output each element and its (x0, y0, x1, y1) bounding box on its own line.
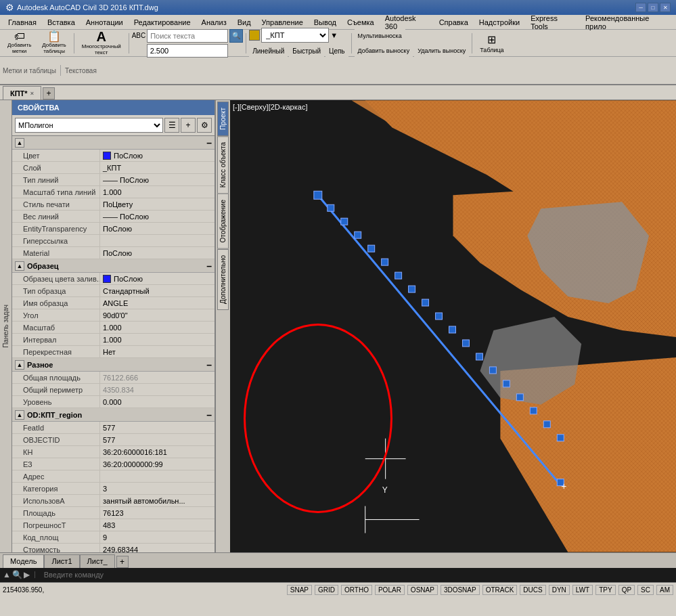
menu-survey[interactable]: Съемка (342, 17, 380, 28)
maximize-button[interactable]: □ (648, 3, 658, 12)
general-collapse-button[interactable]: ▲ (15, 138, 24, 148)
tab-sheet2[interactable]: Лист_ (80, 554, 115, 568)
multileader-button[interactable]: Мультивыноска (355, 29, 405, 43)
prop-value-total-perimeter[interactable]: 4350.834 (100, 384, 215, 395)
layer-select[interactable]: _КПТ (261, 28, 329, 43)
prop-value-linetype[interactable]: —— ПоСлою (100, 174, 215, 185)
add-sheet-button[interactable]: + (116, 556, 129, 568)
menu-annotate[interactable]: Аннотации (81, 17, 129, 28)
add-leader-button[interactable]: Добавить выноску (355, 44, 413, 58)
cmd-icon2[interactable]: 🔍 (12, 570, 22, 579)
prop-value-kn[interactable]: 36:20:6000016:181 (100, 446, 215, 458)
prop-value-print-style[interactable]: ПоЦвету (100, 198, 215, 210)
cmd-icon3[interactable]: ▶ (24, 570, 30, 579)
menu-addins[interactable]: Надстройки (474, 17, 525, 28)
tab-sheet1[interactable]: Лист1 (44, 554, 79, 568)
status-polar[interactable]: POLAR (375, 585, 405, 595)
cmd-icon1[interactable]: ▲ (3, 570, 11, 579)
prop-value-accuracy[interactable]: 483 (100, 519, 215, 531)
prop-value-color[interactable]: ПоСлою (100, 150, 215, 161)
general-section-header[interactable]: ▲ – (12, 136, 215, 150)
status-ducs[interactable]: DUCS (520, 585, 545, 595)
status-lwt[interactable]: LWT (572, 585, 593, 595)
status-grid[interactable]: GRID (315, 585, 338, 595)
status-ortho[interactable]: ORTHO (341, 585, 372, 595)
status-sc[interactable]: SC (637, 585, 654, 595)
add-tables-button[interactable]: 📋 Добавитьтаблицы (37, 32, 70, 55)
prop-value-linescale[interactable]: 1.000 (100, 186, 215, 198)
prop-value-angle[interactable]: 90d0'0" (100, 309, 215, 321)
misc-section-header[interactable]: ▲ Разное – (12, 358, 215, 372)
search-button[interactable]: 🔍 (229, 29, 243, 43)
tab-close-button[interactable]: × (30, 90, 34, 97)
prop-value-objectid[interactable]: 577 (100, 434, 215, 445)
multiline-text-button[interactable]: A Многострочныйтекст (77, 32, 126, 55)
entity-toggle-button[interactable]: ☰ (164, 118, 179, 133)
misc-collapse-button[interactable]: ▲ (15, 360, 24, 370)
tab-additional[interactable]: Дополнительно (217, 249, 229, 310)
entity-add-button[interactable]: + (181, 118, 196, 133)
prop-value-scale[interactable]: 1.000 (100, 322, 215, 333)
prop-value-lineweight[interactable]: —— ПоСлою (100, 211, 215, 222)
prop-value-level[interactable]: 0.000 (100, 396, 215, 408)
close-button[interactable]: ✕ (660, 3, 671, 12)
menu-help[interactable]: Справка (434, 17, 474, 28)
scale-input[interactable] (147, 44, 228, 58)
status-otrack[interactable]: OTRACK (482, 585, 518, 595)
remove-leader-button[interactable]: Удалить выноску (414, 44, 469, 58)
prop-value-pattern-type[interactable]: Стандартный (100, 285, 215, 296)
menu-edit[interactable]: Редактирование (129, 17, 196, 28)
prop-value-featid[interactable]: 577 (100, 422, 215, 433)
menu-manage[interactable]: Управление (256, 17, 309, 28)
prop-value-hyperlink[interactable] (100, 235, 215, 246)
prop-value-fill-color[interactable]: ПоСлою (100, 273, 215, 284)
status-am[interactable]: AM (656, 585, 673, 595)
status-dyn[interactable]: DYN (549, 585, 570, 595)
command-input[interactable] (41, 568, 673, 581)
status-snap[interactable]: SNAP (287, 585, 312, 595)
prop-value-interval[interactable]: 1.000 (100, 334, 215, 345)
add-tab-button[interactable]: + (43, 87, 55, 100)
object-section-header[interactable]: ▲ OD:КПТ_region – (12, 408, 215, 422)
status-3dosnap[interactable]: 3DOSNAP (441, 585, 480, 595)
prop-value-area[interactable]: 76123 (100, 507, 215, 519)
table-button[interactable]: ⊞ Таблица (475, 32, 508, 55)
tab-class[interactable]: Класс объекта (217, 136, 229, 194)
prop-value-total-area[interactable]: 76122.666 (100, 372, 215, 383)
menu-home[interactable]: Главная (3, 17, 42, 28)
tab-display[interactable]: Отображение (217, 194, 229, 249)
prop-value-transparency[interactable]: ПоСлою (100, 223, 215, 234)
entity-type-select[interactable]: МПолигон (15, 118, 163, 133)
pattern-collapse-button[interactable]: ▲ (15, 261, 24, 271)
prop-value-layer[interactable]: _КПТ (100, 162, 215, 173)
prop-value-areacode[interactable]: 9 (100, 531, 215, 543)
minimize-button[interactable]: ─ (635, 3, 646, 12)
drawing-viewport[interactable]: [-][Сверху][2D-каркас] (230, 100, 676, 552)
entity-settings-button[interactable]: ⚙ (197, 118, 212, 133)
tab-model[interactable]: Модель (3, 554, 44, 568)
menu-analyze[interactable]: Анализ (196, 17, 232, 28)
status-osnap[interactable]: OSNAP (407, 585, 438, 595)
search-input[interactable] (147, 29, 228, 43)
menu-recommended[interactable]: Рекомендованные прило (580, 13, 673, 32)
prop-value-cost[interactable]: 249.68344 (100, 544, 215, 552)
prop-value-address[interactable] (100, 470, 215, 482)
titlebar-controls[interactable]: ─ □ ✕ (635, 3, 671, 12)
tab-project[interactable]: Проект (217, 102, 229, 136)
prop-value-material[interactable]: ПоСлою (100, 247, 215, 259)
add-labels-button[interactable]: 🏷 Добавитьметки (3, 32, 36, 55)
prop-value-use[interactable]: занятый автомобильн... (100, 495, 215, 506)
menu-express-tools[interactable]: Express Tools (525, 13, 580, 32)
prop-value-category[interactable]: 3 (100, 483, 215, 494)
status-qp[interactable]: QP (618, 585, 635, 595)
prop-value-cross[interactable]: Нет (100, 346, 215, 357)
menu-insert[interactable]: Вставка (42, 17, 81, 28)
menu-output[interactable]: Вывод (309, 17, 342, 28)
tab-kpt[interactable]: КПТ* × (3, 86, 41, 100)
menu-view[interactable]: Вид (232, 17, 256, 28)
object-collapse-button[interactable]: ▲ (15, 410, 24, 420)
prop-value-ez[interactable]: 36:20:0000000:99 (100, 458, 215, 470)
status-tpy[interactable]: TPY (595, 585, 615, 595)
prop-value-pattern-name[interactable]: ANGLE (100, 297, 215, 309)
pattern-section-header[interactable]: ▲ Образец – (12, 259, 215, 273)
